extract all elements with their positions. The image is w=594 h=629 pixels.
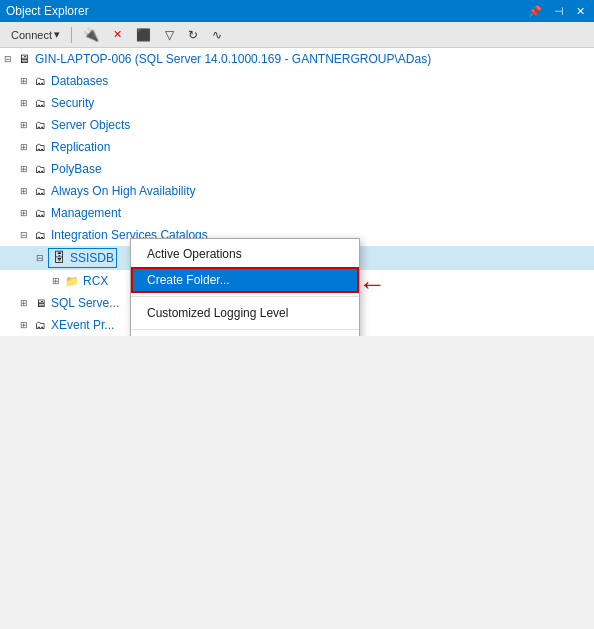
alwayson-expander[interactable]: ⊞	[16, 183, 32, 199]
new-query-icon: ✕	[113, 28, 122, 41]
replication-expander[interactable]: ⊞	[16, 139, 32, 155]
menu-create-folder-label: Create Folder...	[147, 271, 230, 289]
title-text: Object Explorer	[6, 4, 89, 18]
server-node[interactable]: ⊟ 🖥 GIN-LAPTOP-006 (SQL Server 14.0.1000…	[0, 48, 594, 70]
menu-active-operations-label: Active Operations	[147, 245, 242, 263]
security-label: Security	[51, 94, 94, 112]
server-objects-icon: 🗂	[32, 117, 48, 133]
refresh-button[interactable]: ↻	[183, 25, 203, 45]
alwayson-node[interactable]: ⊞ 🗂 Always On High Availability	[0, 180, 594, 202]
replication-label: Replication	[51, 138, 110, 156]
polybase-node[interactable]: ⊞ 🗂 PolyBase	[0, 158, 594, 180]
server-label: GIN-LAPTOP-006 (SQL Server 14.0.1000.169…	[35, 50, 431, 68]
close-button[interactable]: ✕	[573, 4, 588, 19]
ssisdb-expander[interactable]: ⊟	[32, 250, 48, 266]
red-arrow-annotation: ←	[358, 270, 386, 302]
server-objects-node[interactable]: ⊞ 🗂 Server Objects	[0, 114, 594, 136]
sql-server-agent-label: SQL Serve...	[51, 294, 119, 312]
alwayson-label: Always On High Availability	[51, 182, 196, 200]
context-menu: Active Operations Create Folder... Custo…	[130, 238, 360, 336]
auto-hide-button[interactable]: ⊣	[551, 4, 567, 19]
menu-customized-logging[interactable]: Customized Logging Level	[131, 300, 359, 326]
stop-button[interactable]: ⬛	[131, 25, 156, 45]
rcx-icon: 📁	[64, 273, 80, 289]
sql-server-agent-expander[interactable]: ⊞	[16, 295, 32, 311]
new-query-button[interactable]: ✕	[108, 25, 127, 44]
management-expander[interactable]: ⊞	[16, 205, 32, 221]
title-bar-right: 📌 ⊣ ✕	[525, 4, 588, 19]
activity-button[interactable]: ∿	[207, 25, 227, 45]
replication-icon: 🗂	[32, 139, 48, 155]
ssisdb-icon: 🗄	[51, 250, 67, 266]
xevent-expander[interactable]: ⊞	[16, 317, 32, 333]
polybase-expander[interactable]: ⊞	[16, 161, 32, 177]
alwayson-icon: 🗂	[32, 183, 48, 199]
sql-server-agent-icon: 🖥	[32, 295, 48, 311]
menu-customized-logging-label: Customized Logging Level	[147, 304, 288, 322]
disconnect-button[interactable]: 🔌	[78, 24, 104, 45]
stop-icon: ⬛	[136, 28, 151, 42]
rcx-expander[interactable]: ⊞	[48, 273, 64, 289]
menu-create-folder[interactable]: Create Folder...	[131, 267, 359, 293]
filter-icon: ▽	[165, 28, 174, 42]
databases-label: Databases	[51, 72, 108, 90]
connect-button[interactable]: Connect ▾	[6, 25, 65, 44]
integration-services-expander[interactable]: ⊟	[16, 227, 32, 243]
management-label: Management	[51, 204, 121, 222]
databases-icon: 🗂	[32, 73, 48, 89]
replication-node[interactable]: ⊞ 🗂 Replication	[0, 136, 594, 158]
connect-dropdown-arrow[interactable]: ▾	[54, 28, 60, 41]
toolbar-separator-1	[71, 27, 72, 43]
server-objects-expander[interactable]: ⊞	[16, 117, 32, 133]
connect-label: Connect	[11, 29, 52, 41]
title-bar: Object Explorer 📌 ⊣ ✕	[0, 0, 594, 22]
disconnect-icon: 🔌	[83, 27, 99, 42]
pin-button[interactable]: 📌	[525, 4, 545, 19]
security-icon: 🗂	[32, 95, 48, 111]
ssisdb-label: SSISDB	[70, 249, 114, 267]
integration-services-icon: 🗂	[32, 227, 48, 243]
management-icon: 🗂	[32, 205, 48, 221]
polybase-icon: 🗂	[32, 161, 48, 177]
tree-panel: ⊟ 🖥 GIN-LAPTOP-006 (SQL Server 14.0.1000…	[0, 48, 594, 336]
rcx-label: RCX	[83, 272, 108, 290]
security-node[interactable]: ⊞ 🗂 Security	[0, 92, 594, 114]
polybase-label: PolyBase	[51, 160, 102, 178]
server-icon: 🖥	[16, 51, 32, 67]
ssisdb-label-box: 🗄 SSISDB	[48, 248, 117, 268]
activity-icon: ∿	[212, 28, 222, 42]
menu-sep-2	[131, 329, 359, 330]
title-bar-left: Object Explorer	[6, 4, 89, 18]
databases-expander[interactable]: ⊞	[16, 73, 32, 89]
xevent-icon: 🗂	[32, 317, 48, 333]
server-expander[interactable]: ⊟	[0, 51, 16, 67]
menu-sep-1	[131, 296, 359, 297]
menu-active-operations[interactable]: Active Operations	[131, 241, 359, 267]
server-objects-label: Server Objects	[51, 116, 130, 134]
filter-button[interactable]: ▽	[160, 25, 179, 45]
menu-start-powershell[interactable]: Start PowerShell	[131, 333, 359, 336]
toolbar: Connect ▾ 🔌 ✕ ⬛ ▽ ↻ ∿	[0, 22, 594, 48]
security-expander[interactable]: ⊞	[16, 95, 32, 111]
refresh-icon: ↻	[188, 28, 198, 42]
management-node[interactable]: ⊞ 🗂 Management	[0, 202, 594, 224]
xevent-label: XEvent Pr...	[51, 316, 114, 334]
databases-node[interactable]: ⊞ 🗂 Databases	[0, 70, 594, 92]
